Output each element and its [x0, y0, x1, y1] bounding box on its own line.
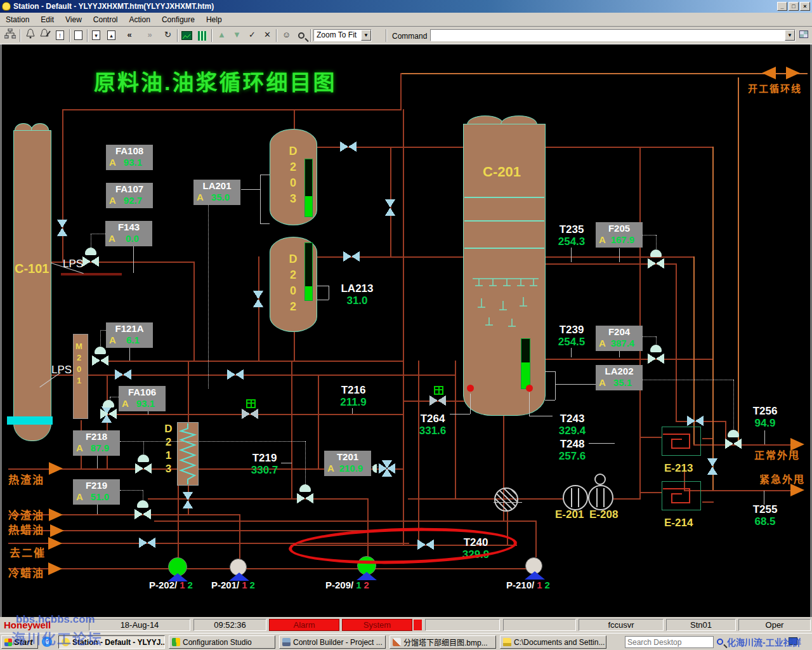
pump-2[interactable]: 2: [545, 580, 550, 590]
command-input[interactable]: ▼: [430, 29, 796, 41]
instrument-box-f219[interactable]: F219 A51.0: [73, 479, 120, 505]
pump-2[interactable]: 2: [188, 580, 193, 590]
maximize-button[interactable]: □: [789, 2, 799, 11]
readout-t243[interactable]: T243329.4: [553, 413, 592, 437]
taskbar-item-bmp[interactable]: 分馏塔下部细目图.bmp...: [390, 635, 496, 649]
zoom-dropdown-arrow[interactable]: ▼: [361, 30, 371, 41]
readout-t256[interactable]: T25694.9: [747, 405, 783, 429]
instrument-box-fa107[interactable]: FA107 A92.7: [106, 183, 153, 208]
pump-1[interactable]: 1: [534, 580, 544, 590]
motor-valve-icon[interactable]: [242, 409, 258, 419]
alarm-button[interactable]: Alarm: [269, 619, 339, 631]
close-button[interactable]: ×: [800, 2, 810, 11]
readout-la213[interactable]: LA21331.0: [337, 282, 377, 307]
menu-help[interactable]: Help: [200, 13, 228, 26]
pump-p210[interactable]: [525, 557, 545, 580]
pump-p201[interactable]: [230, 559, 249, 581]
instrument-box-la201[interactable]: LA201 A35.0: [193, 180, 240, 205]
taskbar-item-control-builder[interactable]: Control Builder - Project ...: [279, 635, 386, 649]
pump-p202[interactable]: [168, 557, 188, 581]
control-valve-icon[interactable]: [725, 430, 742, 449]
zoom-select[interactable]: Zoom To Fit ▼: [313, 29, 372, 41]
instrument-box-f218[interactable]: F218 A87.9: [73, 430, 120, 456]
trend-chart-icon[interactable]: [180, 29, 194, 43]
taskbar-item-config-studio[interactable]: Configuration Studio: [169, 635, 275, 649]
menu-configure[interactable]: Configure: [156, 13, 200, 26]
control-valve-icon[interactable]: [92, 347, 108, 366]
pump-label-p209[interactable]: P-209/12: [325, 580, 369, 590]
menu-station[interactable]: Station: [0, 13, 35, 26]
pump-1[interactable]: 1: [177, 580, 187, 590]
control-valve-icon[interactable]: [297, 484, 313, 503]
instrument-box-fa108[interactable]: FA108 A93.1: [106, 145, 153, 170]
raise-icon[interactable]: ▲: [214, 29, 229, 43]
minimize-button[interactable]: _: [777, 2, 787, 11]
valve-icon[interactable]: [707, 458, 717, 475]
valve-icon[interactable]: [253, 291, 263, 307]
control-valve-icon[interactable]: [100, 400, 117, 419]
menu-edit[interactable]: Edit: [35, 13, 60, 26]
alarm-summary-icon[interactable]: !: [53, 29, 68, 43]
valve-icon[interactable]: [385, 199, 395, 216]
forward-button[interactable]: »: [140, 29, 159, 43]
refresh-icon[interactable]: ↻: [160, 29, 175, 43]
cancel-icon[interactable]: ✕: [260, 29, 275, 43]
readout-t235[interactable]: T235254.3: [553, 223, 591, 248]
pump-2[interactable]: 2: [250, 580, 255, 590]
back-button[interactable]: «: [120, 29, 139, 43]
instrument-box-la202[interactable]: LA202 A35.1: [596, 365, 643, 390]
control-valve-icon[interactable]: [135, 454, 152, 474]
instrument-box-t201[interactable]: T201 A210.9: [324, 451, 371, 476]
valve-icon[interactable]: [115, 369, 131, 380]
readout-t239[interactable]: T239254.5: [553, 324, 591, 348]
valve-icon[interactable]: [687, 416, 704, 426]
readout-t216[interactable]: T216211.9: [334, 384, 372, 408]
control-valve-icon[interactable]: [648, 345, 664, 364]
page-up-icon[interactable]: ▴: [105, 29, 119, 43]
taskbar-item-explorer[interactable]: C:\Documents and Settin...: [500, 635, 606, 649]
valve-icon[interactable]: [57, 220, 67, 236]
instrument-box-f121a[interactable]: F121A A6.1: [106, 322, 153, 348]
motor-valve-icon[interactable]: [429, 395, 446, 406]
bar-display-icon[interactable]: [195, 29, 209, 43]
zoom-search-icon[interactable]: [294, 29, 309, 43]
readout-t255[interactable]: T25568.5: [747, 503, 783, 527]
pump-1[interactable]: 1: [239, 580, 249, 590]
operator-connect-icon[interactable]: ☺: [279, 29, 294, 43]
valve-icon[interactable]: [343, 251, 360, 262]
title-bar[interactable]: Station - Default - YLYYJXHXMT.htm(YLYYJ…: [0, 0, 812, 13]
readout-t219[interactable]: T219330.7: [246, 452, 284, 476]
valve-icon[interactable]: [183, 492, 193, 508]
instrument-box-f204[interactable]: F204 A387.4: [596, 326, 643, 351]
pump-1[interactable]: 1: [353, 580, 363, 590]
valve-icon[interactable]: [139, 538, 155, 548]
pump-label-p210[interactable]: P-210/12: [506, 580, 550, 590]
readout-t248[interactable]: T248257.6: [553, 438, 592, 462]
station-hierarchy-icon[interactable]: [3, 29, 17, 43]
valve-icon[interactable]: [227, 369, 244, 380]
instrument-box-f143[interactable]: F143 A0.0: [105, 221, 152, 246]
menu-view[interactable]: View: [60, 13, 88, 26]
pump-2[interactable]: 2: [364, 580, 369, 590]
system-button[interactable]: System: [342, 619, 412, 631]
control-valve-icon[interactable]: [648, 249, 664, 269]
command-dropdown-arrow[interactable]: ▼: [785, 30, 795, 41]
new-page-icon[interactable]: [72, 29, 86, 43]
instrument-box-fa106[interactable]: FA106 A93.1: [119, 386, 166, 411]
pump-label-p201[interactable]: P-201/12: [211, 580, 255, 590]
control-valve-icon[interactable]: [82, 248, 99, 267]
menu-action[interactable]: Action: [124, 13, 156, 26]
control-valve-icon[interactable]: [134, 500, 151, 519]
confirm-icon[interactable]: ✓: [245, 29, 259, 43]
alarm-ack-icon[interactable]: [38, 29, 53, 43]
page-down-icon[interactable]: ▾: [89, 29, 104, 43]
menu-control[interactable]: Control: [88, 13, 124, 26]
display-grid-icon[interactable]: [799, 30, 808, 38]
pump-label-p202[interactable]: P-202/12: [149, 580, 193, 590]
search-desktop-input[interactable]: [625, 636, 714, 648]
lower-icon[interactable]: ▼: [230, 29, 244, 43]
instrument-box-f205[interactable]: F205 A167.9: [596, 222, 643, 248]
readout-t264[interactable]: T264331.6: [413, 413, 452, 437]
valve-icon[interactable]: [340, 142, 357, 152]
alarm-bell-icon[interactable]: [23, 29, 37, 43]
